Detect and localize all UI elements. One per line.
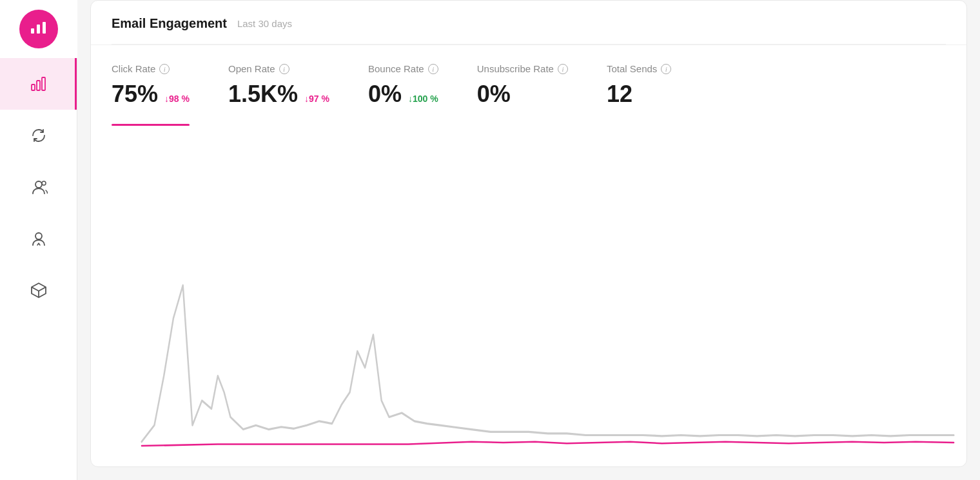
svg-rect-5: [37, 81, 40, 90]
chart-area: [91, 108, 966, 466]
bounce-rate-info-icon[interactable]: i: [428, 64, 438, 74]
metric-click-rate-label: Click Rate i: [112, 63, 190, 74]
line-chart: [91, 121, 966, 466]
card-title: Email Engagement: [112, 16, 227, 31]
open-rate-value: 1.5K%: [228, 81, 298, 108]
sidebar-item-user[interactable]: [0, 213, 77, 265]
unsubscribe-rate-info-icon[interactable]: i: [558, 64, 568, 74]
sidebar-item-contacts[interactable]: [0, 161, 77, 213]
svg-rect-4: [32, 85, 35, 90]
card-title-row: Email Engagement Last 30 days: [112, 16, 946, 45]
sidebar: [0, 0, 77, 480]
card-header: Email Engagement Last 30 days: [91, 1, 966, 45]
metric-bounce-rate-values: 0% ↓100 %: [368, 81, 438, 108]
metric-click-rate-values: 75% ↓98 %: [112, 81, 190, 108]
metric-click-rate[interactable]: Click Rate i 75% ↓98 %: [112, 63, 228, 108]
metric-total-sends-values: 12: [607, 81, 671, 108]
analytics-icon: [30, 75, 48, 93]
svg-rect-2: [43, 22, 46, 34]
logo-circle[interactable]: [19, 10, 58, 48]
card-subtitle: Last 30 days: [237, 18, 292, 29]
sidebar-item-refresh[interactable]: [0, 110, 77, 161]
user-icon: [30, 230, 48, 248]
svg-point-7: [35, 181, 42, 188]
open-rate-info-icon[interactable]: i: [279, 64, 289, 74]
metric-open-rate[interactable]: Open Rate i 1.5K% ↓97 %: [228, 63, 368, 108]
metric-unsubscribe-rate[interactable]: Unsubscribe Rate i 0%: [477, 63, 607, 108]
main-content: Email Engagement Last 30 days Click Rate…: [77, 0, 980, 480]
metric-open-rate-values: 1.5K% ↓97 %: [228, 81, 329, 108]
click-rate-value: 75%: [112, 81, 158, 108]
svg-rect-1: [37, 25, 40, 34]
pink-line: [142, 442, 954, 446]
svg-rect-6: [42, 77, 45, 90]
metric-bounce-rate-label: Bounce Rate i: [368, 63, 438, 74]
bounce-rate-value: 0%: [368, 81, 402, 108]
grey-line: [142, 285, 954, 441]
total-sends-value: 12: [607, 81, 632, 108]
unsubscribe-rate-value: 0%: [477, 81, 511, 108]
svg-rect-0: [31, 28, 34, 34]
logo-bar-chart-icon: [30, 19, 48, 39]
sidebar-logo: [0, 0, 77, 58]
click-rate-change: ↓98 %: [164, 94, 190, 104]
metric-total-sends[interactable]: Total Sends i 12: [607, 63, 710, 108]
open-rate-change: ↓97 %: [304, 94, 329, 104]
email-engagement-card: Email Engagement Last 30 days Click Rate…: [90, 0, 967, 467]
contacts-icon: [30, 178, 48, 196]
sidebar-item-products[interactable]: [0, 265, 77, 316]
sidebar-item-analytics[interactable]: [0, 58, 77, 110]
metric-open-rate-label: Open Rate i: [228, 63, 329, 74]
sidebar-nav: [0, 58, 77, 316]
metric-unsubscribe-rate-label: Unsubscribe Rate i: [477, 63, 568, 74]
svg-point-9: [35, 233, 42, 239]
metric-unsubscribe-rate-values: 0%: [477, 81, 568, 108]
svg-point-8: [42, 181, 46, 185]
metric-bounce-rate[interactable]: Bounce Rate i 0% ↓100 %: [368, 63, 477, 108]
bounce-rate-change: ↓100 %: [408, 94, 438, 104]
metrics-row: Click Rate i 75% ↓98 % Open Rate i 1.5K%…: [91, 45, 966, 108]
box-icon: [30, 281, 48, 299]
metric-total-sends-label: Total Sends i: [607, 63, 671, 74]
total-sends-info-icon[interactable]: i: [661, 64, 671, 74]
click-rate-info-icon[interactable]: i: [159, 64, 170, 74]
refresh-icon: [30, 126, 48, 145]
